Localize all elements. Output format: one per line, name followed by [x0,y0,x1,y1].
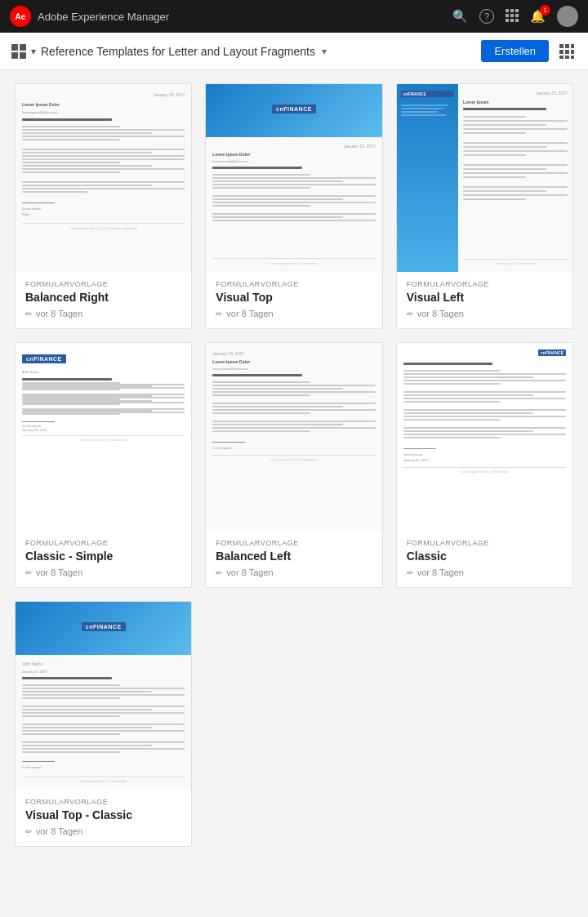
card-name: Balanced Left [216,550,372,563]
search-icon[interactable]: 🔍 [452,9,468,24]
svg-rect-19 [559,56,564,59]
card-info: FORMULARVORLAGE Visual Left ✏ vor 8 Tage… [397,272,572,328]
card-classic[interactable]: cnFINANCE [396,342,573,588]
visual-top-classic-content: Addr Name January 15, 2017 [16,655,191,790]
card-info: FORMULARVORLAGE Classic ✏ vor 8 Tagen [397,531,572,587]
doc-preview-visual-top-classic: cnFINANCE Addr Name January 15, 2017 [16,602,191,790]
finance-logo-sm: cnFINANCE [401,91,454,97]
card-name: Classic - Simple [25,550,181,563]
balanced-right-header: January 15, 2017 [22,92,185,97]
svg-rect-12 [20,52,26,59]
top-nav-left: Ae Adobe Experience Manager [10,6,169,27]
svg-rect-21 [571,56,574,59]
finance-logo: cnFINANCE [22,354,66,363]
svg-rect-18 [571,50,574,54]
card-date: vor 8 Tagen [36,826,82,836]
visual-top-classic-header: cnFINANCE [16,602,191,655]
card-info: FORMULARVORLAGE Visual Top ✏ vor 8 Tagen [206,272,381,328]
apps-icon[interactable] [506,9,519,24]
card-thumbnail: cnFINANCE January 15, 2017 Lorem Ipsum [397,84,572,272]
card-grid-row3: cnFINANCE Addr Name January 15, 2017 [15,601,573,847]
svg-rect-11 [11,52,18,59]
pencil-icon: ✏ [407,309,413,318]
card-balanced-right[interactable]: January 15, 2017 Lorem Ipsum Dolor lorem… [15,83,192,329]
finance-logo: cnFINANCE [538,349,566,356]
card-classic-simple[interactable]: cnFINANCE Addr Name [15,342,192,588]
card-info: FORMULARVORLAGE Balanced Left ✏ vor 8 Ta… [206,531,381,587]
visual-top-content: January 15, 2017 Lorem Ipsum Dolor lorem… [206,137,381,272]
card-date: vor 8 Tagen [417,309,464,318]
card-name: Visual Left [407,291,563,304]
card-thumb-inner: cnFINANCE January 15, 2017 Lorem Ipsum D… [206,84,381,272]
svg-rect-17 [565,50,569,54]
chevron-down-small[interactable]: ▾ [31,46,36,57]
card-thumb-inner: cnFINANCE January 15, 2017 Lorem Ipsum [397,84,572,272]
card-thumbnail: January 15, 2017 Lorem Ipsum Dolor lorem… [16,84,191,272]
doc-preview-classic-simple: cnFINANCE Addr Name [16,343,191,531]
svg-rect-16 [559,50,564,54]
card-thumbnail: January 15, 2017 Lorem Ipsum Dolor lorem… [206,343,381,531]
notification-badge: 1 [540,5,550,16]
pencil-icon: ✏ [407,568,413,577]
finance-logo: cnFINANCE [82,622,126,631]
sub-nav-left: ▾ Reference Templates for Letter and Lay… [10,42,327,60]
pencil-icon: ✏ [216,568,222,577]
view-toggle-icon[interactable] [555,40,578,63]
doc-preview-classic: cnFINANCE [397,343,572,531]
card-thumbnail: cnFINANCE Addr Name [16,343,191,531]
card-meta: ✏ vor 8 Tagen [25,568,181,577]
pencil-icon: ✏ [25,827,32,836]
doc-preview-balanced-right: January 15, 2017 Lorem Ipsum Dolor lorem… [16,84,191,272]
erstellen-button[interactable]: Erstellen [481,40,549,62]
card-info: FORMULARVORLAGE Classic - Simple ✏ vor 8… [16,531,191,587]
adobe-logo: Ae [10,6,31,27]
card-meta: ✏ vor 8 Tagen [407,568,563,577]
card-date: vor 8 Tagen [36,568,82,577]
card-name: Balanced Right [25,291,181,304]
card-name: Visual Top [216,291,372,304]
svg-rect-14 [565,44,569,48]
card-date: vor 8 Tagen [417,568,464,577]
card-meta: ✏ vor 8 Tagen [407,309,563,318]
card-visual-top-classic[interactable]: cnFINANCE Addr Name January 15, 2017 [15,601,192,847]
card-name: Classic [407,550,563,563]
svg-rect-4 [510,14,514,17]
classic-header: cnFINANCE [403,349,566,358]
top-navigation: Ae Adobe Experience Manager 🔍 ? 🔔 1 [0,0,588,33]
card-thumb-inner: January 15, 2017 Lorem Ipsum Dolor lorem… [16,84,191,272]
svg-rect-2 [515,9,519,12]
card-meta: ✏ vor 8 Tagen [25,309,181,318]
card-info: FORMULARVORLAGE Balanced Right ✏ vor 8 T… [16,272,191,328]
card-thumb-inner: cnFINANCE Addr Name [16,343,191,531]
card-grid: January 15, 2017 Lorem Ipsum Dolor lorem… [15,83,573,588]
bell-icon[interactable]: 🔔 1 [530,9,546,24]
visual-left-sidebar: cnFINANCE [397,84,458,272]
card-visual-left[interactable]: cnFINANCE January 15, 2017 Lorem Ipsum [396,83,573,329]
card-thumb-inner: cnFINANCE [397,343,572,531]
title-chevron-icon[interactable]: ▾ [322,46,327,57]
card-balanced-left[interactable]: January 15, 2017 Lorem Ipsum Dolor lorem… [205,342,382,588]
card-badge: FORMULARVORLAGE [216,280,372,288]
doc-preview-visual-top: cnFINANCE January 15, 2017 Lorem Ipsum D… [206,84,381,272]
svg-rect-20 [565,56,569,59]
svg-rect-6 [506,19,509,22]
avatar[interactable] [557,6,578,27]
card-meta: ✏ vor 8 Tagen [216,568,372,577]
card-badge: FORMULARVORLAGE [407,539,563,547]
card-visual-top[interactable]: cnFINANCE January 15, 2017 Lorem Ipsum D… [205,83,382,329]
card-badge: FORMULARVORLAGE [216,539,372,547]
svg-rect-5 [515,14,519,17]
main-content: January 15, 2017 Lorem Ipsum Dolor lorem… [0,70,588,860]
app-title: Adobe Experience Manager [38,11,169,23]
svg-rect-9 [11,44,18,51]
finance-logo: cnFINANCE [272,105,316,114]
card-badge: FORMULARVORLAGE [25,539,181,547]
doc-preview-visual-left: cnFINANCE January 15, 2017 Lorem Ipsum [397,84,572,272]
svg-rect-0 [506,9,509,12]
sub-navigation: ▾ Reference Templates for Letter and Lay… [0,33,588,70]
card-date: vor 8 Tagen [36,309,82,318]
layout-icon[interactable] [10,42,28,60]
card-badge: FORMULARVORLAGE [407,280,563,288]
card-info: FORMULARVORLAGE Visual Top - Classic ✏ v… [16,790,191,846]
help-icon[interactable]: ? [479,9,494,24]
